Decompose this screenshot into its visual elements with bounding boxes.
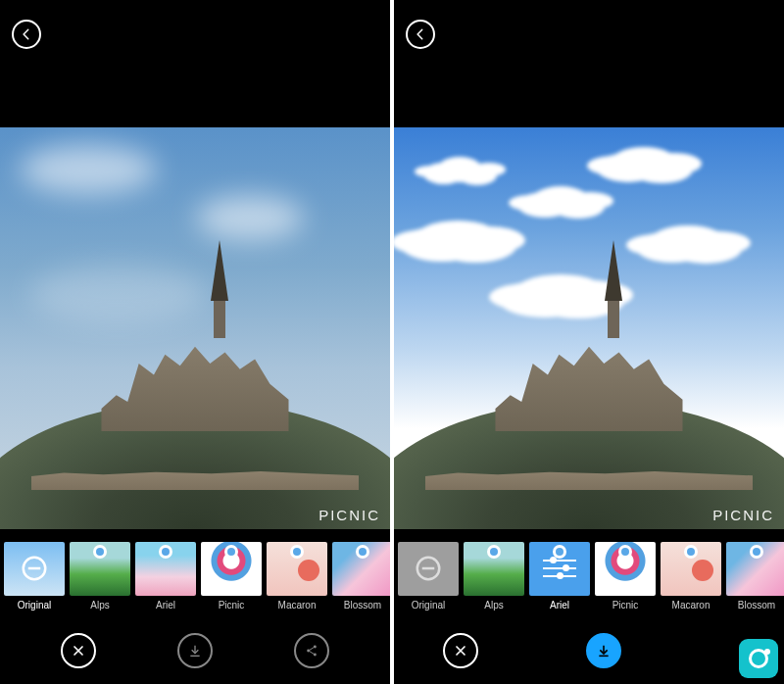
cloud-dot-icon [290,545,304,559]
filter-blossom[interactable]: Blossom [726,542,784,611]
filter-thumb [661,542,721,596]
filter-ariel[interactable]: Ariel [135,542,196,611]
top-bar [394,0,784,57]
arrow-left-icon [414,27,427,41]
filter-original[interactable]: Original [4,542,65,611]
filter-thumb [70,542,130,596]
bottom-bar [394,617,784,684]
photo-preview[interactable]: PICNIC [394,127,784,529]
screen-right: PICNIC Original Alps Ariel Picnic Macaro… [394,0,784,684]
watermark: PICNIC [712,507,774,523]
download-icon [596,643,612,659]
cloud-dot-icon [618,545,632,559]
cloud-dot-icon [93,545,107,559]
filter-label: Ariel [156,600,175,611]
filter-thumb [135,542,196,596]
screen-left: PICNIC Original Alps Ariel Picnic Macaro… [0,0,390,684]
filter-label: Original [412,600,445,611]
filter-alps[interactable]: Alps [70,542,130,611]
filter-thumb [464,542,524,596]
filter-thumb [398,542,459,596]
filter-original[interactable]: Original [398,542,459,611]
filter-strip[interactable]: Original Alps Ariel Picnic Macaron Bloss… [0,529,390,617]
download-button[interactable] [586,633,621,668]
filter-label: Macaron [672,600,710,611]
close-icon [71,643,86,659]
back-button[interactable] [406,20,435,49]
filter-thumb [595,542,656,596]
cloud-dot-icon [356,545,369,559]
filter-label: Macaron [278,600,317,611]
filter-alps[interactable]: Alps [464,542,524,611]
app-badge [739,639,778,678]
filter-blossom[interactable]: Blossom [332,542,390,611]
filter-label: Blossom [738,600,775,611]
filter-thumb [201,542,262,596]
sliders-icon [543,560,576,577]
filter-picnic[interactable]: Picnic [201,542,262,611]
top-bar [0,0,390,57]
close-icon [453,643,468,659]
filter-label: Ariel [550,600,569,611]
castle [0,296,390,529]
filter-label: Picnic [612,600,639,611]
filter-picnic[interactable]: Picnic [595,542,656,611]
cloud-dot-icon [159,545,172,559]
photo-preview[interactable]: PICNIC [0,127,390,529]
share-button[interactable] [294,633,329,668]
filter-thumb-selected [529,542,590,596]
bottom-bar [0,617,390,684]
filter-thumb [332,542,390,596]
filter-macaron[interactable]: Macaron [267,542,327,611]
arrow-left-icon [20,27,33,41]
cloud-dot-icon [224,545,238,559]
svg-line-7 [310,648,314,651]
minus-circle-icon [414,554,443,583]
close-button[interactable] [61,633,96,668]
download-icon [187,643,203,659]
filter-label: Blossom [344,600,381,611]
filter-thumb [267,542,327,596]
filter-label: Alps [90,600,109,611]
filter-thumb [726,542,784,596]
svg-line-8 [310,652,314,655]
close-button[interactable] [443,633,478,668]
filter-label: Original [18,600,51,611]
filter-thumb [4,542,65,596]
download-button[interactable] [177,633,213,668]
filter-label: Alps [484,600,503,611]
filter-strip[interactable]: Original Alps Ariel Picnic Macaron Bloss… [394,529,784,617]
back-button[interactable] [12,20,41,49]
share-icon [304,643,319,659]
filter-ariel[interactable]: Ariel [529,542,590,611]
castle [394,296,784,529]
minus-circle-icon [20,554,49,583]
filter-label: Picnic [219,600,245,611]
cloud-dot-icon [487,545,501,559]
top-spacer [394,57,784,127]
app-logo-icon [749,649,768,668]
watermark: PICNIC [318,507,380,523]
top-spacer [0,57,390,127]
filter-macaron[interactable]: Macaron [661,542,721,611]
cloud-dot-icon [750,545,763,559]
cloud-dot-icon [684,545,698,559]
